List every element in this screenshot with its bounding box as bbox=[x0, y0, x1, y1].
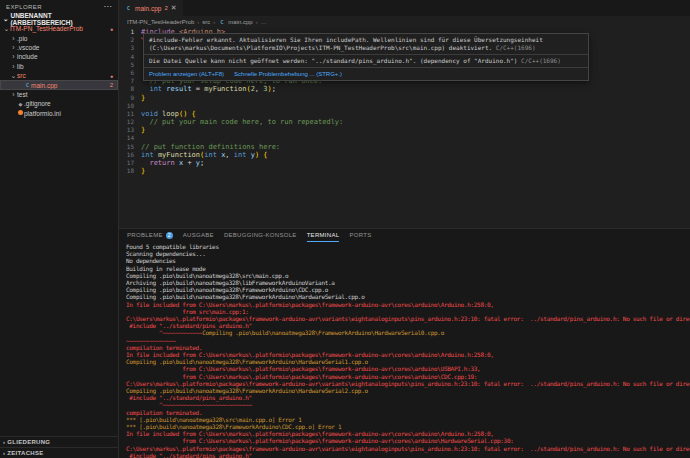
quick-fix-link[interactable]: Schnelle Problembehebung ... (STRG+.) bbox=[234, 70, 342, 78]
hover-message-1: #include-Fehler erkannt. Aktualisieren S… bbox=[144, 34, 588, 54]
tree-item-platformio.ini[interactable]: platformio.ini bbox=[0, 109, 118, 118]
chevron-down-icon: ⌄ bbox=[3, 15, 8, 23]
terminal-output[interactable]: Found 5 compatible librariesScanning dep… bbox=[119, 242, 690, 458]
line-number: 16 bbox=[119, 151, 141, 159]
code-text: int result = myFunction(2, 3); bbox=[141, 85, 276, 93]
tree-item-.vscode[interactable]: ›.vscode bbox=[0, 43, 118, 52]
cpp-file-icon: C bbox=[125, 5, 132, 11]
code-text: } bbox=[141, 126, 145, 134]
panel-tab-label: TERMINAL bbox=[307, 232, 340, 238]
code-text: void loop() { bbox=[141, 110, 196, 118]
line-number: 3 bbox=[119, 44, 141, 52]
code-text: } bbox=[141, 167, 145, 175]
code-line: 17 return x + y; bbox=[119, 159, 690, 167]
breadcrumb-separator-icon: › bbox=[197, 19, 199, 25]
tree-item-label: .vscode bbox=[17, 44, 39, 51]
code-line: 15// put function definitions here: bbox=[119, 143, 690, 151]
terminal-line: In file included from C:\Users\markus\.p… bbox=[126, 430, 690, 437]
terminal-line: Compiling .pio\build\nanoatmega328\Frame… bbox=[126, 286, 690, 293]
tree-item-label: lib bbox=[17, 63, 24, 70]
line-number: 5 bbox=[119, 61, 141, 69]
breadcrumb-file[interactable]: main.cpp bbox=[228, 19, 252, 25]
problems-count-badge: 2 bbox=[110, 82, 118, 88]
terminal-line: C:\Users\markus\.platformio\packages\fra… bbox=[126, 445, 690, 452]
editor-group: C main.cpp 2 ✕ ITM-PN_TestHeaderProb › s… bbox=[119, 0, 690, 458]
terminal-line: Scanning dependencies... bbox=[126, 250, 690, 257]
hover-actions: Problem anzeigen (ALT+F8) Schnelle Probl… bbox=[144, 67, 588, 80]
tree-item-label: platformio.ini bbox=[24, 110, 61, 117]
error-hover-popup: #include-Fehler erkannt. Aktualisieren S… bbox=[143, 33, 589, 81]
terminal-line: from C:\Users\markus\.platformio\package… bbox=[126, 373, 690, 380]
panel-tab-label: PORTS bbox=[349, 232, 371, 238]
code-line: 8 int result = myFunction(2, 3); bbox=[119, 85, 690, 93]
sidebar-spacer bbox=[0, 118, 118, 436]
workspace-section-header[interactable]: ⌄ UNBENANNT (ARBEITSBEREICH) bbox=[0, 13, 118, 24]
terminal-line: *** [.pio\build\nanoatmega328\src\main.c… bbox=[126, 416, 690, 423]
git-file-icon: ◆ bbox=[17, 101, 24, 107]
tree-item-src[interactable]: ⌄src● bbox=[0, 71, 118, 80]
code-text: return x + y; bbox=[141, 159, 204, 167]
code-text: // put your main code here, to run repea… bbox=[141, 118, 343, 126]
terminal-line: compilation terminated. bbox=[126, 409, 690, 416]
panel-tab-label: DEBUGGING-KONSOLE bbox=[224, 232, 297, 238]
problems-count-badge: 2 bbox=[166, 232, 173, 239]
chevron-down-icon: ⌄ bbox=[3, 25, 10, 33]
code-text: // put function definitions here: bbox=[141, 143, 280, 151]
breadcrumb-symbol[interactable]: … bbox=[261, 19, 267, 25]
explorer-title: EXPLORER bbox=[6, 4, 42, 10]
line-number: 8 bbox=[119, 85, 141, 93]
more-actions-icon[interactable]: ⋯ bbox=[104, 2, 112, 11]
panel-tab-ports[interactable]: PORTS bbox=[349, 229, 371, 242]
line-number: 12 bbox=[119, 118, 141, 126]
line-number: 9 bbox=[119, 94, 141, 102]
breadcrumb-folder[interactable]: src bbox=[202, 19, 210, 25]
line-number: 18 bbox=[119, 167, 141, 175]
cpp-file-icon: C bbox=[218, 19, 225, 25]
panel-tab-bar: PROBLEME2AUSGABEDEBUGGING-KONSOLETERMINA… bbox=[119, 229, 690, 242]
terminal-line: Building in release mode bbox=[126, 265, 690, 272]
panel-tab-probleme[interactable]: PROBLEME2 bbox=[127, 229, 173, 242]
tree-item-.gitignore[interactable]: ◆.gitignore bbox=[0, 99, 118, 108]
tree-item-include[interactable]: ›include bbox=[0, 52, 118, 61]
terminal-line: #include "../standard/pins_arduino.h" bbox=[126, 394, 690, 401]
terminal-line: Compiling .pio\build\nanoatmega328\Frame… bbox=[126, 358, 690, 365]
tree-item-label: include bbox=[17, 53, 38, 60]
chevron-right-icon: › bbox=[10, 35, 17, 42]
tree-item-test[interactable]: ›test bbox=[0, 90, 118, 99]
terminal-line: Compiling .pio\build\nanoatmega328\Frame… bbox=[126, 293, 690, 300]
explorer-tree: ⌄ITM-PN_TestHeaderProb●›.pio›.vscode›inc… bbox=[0, 24, 118, 118]
terminal-line: compilation terminated. bbox=[126, 344, 690, 351]
panel-tab-debugging-konsole[interactable]: DEBUGGING-KONSOLE bbox=[224, 229, 297, 242]
breadcrumb-project[interactable]: ITM-PN_TestHeaderProb bbox=[127, 19, 194, 25]
breadcrumb-separator-icon: › bbox=[256, 19, 258, 25]
diagnostic-code: C/C++(1696) bbox=[521, 57, 561, 64]
chevron-right-icon: › bbox=[10, 53, 17, 60]
terminal-line: No dependencies bbox=[126, 257, 690, 264]
tree-item-label: test bbox=[17, 91, 27, 98]
tree-item-main.cpp[interactable]: Cmain.cpp2 bbox=[0, 80, 118, 89]
code-line: 13} bbox=[119, 126, 690, 134]
timeline-section-header[interactable]: › ZEITACHSE bbox=[0, 447, 118, 458]
line-number: 15 bbox=[119, 143, 141, 151]
code-line: 14 bbox=[119, 134, 690, 142]
tree-item-lib[interactable]: ›lib bbox=[0, 62, 118, 71]
panel-tab-ausgabe[interactable]: AUSGABE bbox=[183, 229, 214, 242]
code-line: 9} bbox=[119, 94, 690, 102]
panel-tab-label: AUSGABE bbox=[183, 232, 214, 238]
code-line: 18} bbox=[119, 167, 690, 175]
tab-main-cpp[interactable]: C main.cpp 2 ✕ bbox=[119, 0, 183, 16]
view-problem-link[interactable]: Problem anzeigen (ALT+F8) bbox=[149, 70, 224, 78]
panel-tab-terminal[interactable]: TERMINAL bbox=[307, 229, 340, 242]
tree-item-label: .gitignore bbox=[24, 100, 51, 107]
chevron-down-icon: ⌄ bbox=[10, 72, 17, 80]
close-icon[interactable]: ✕ bbox=[171, 4, 177, 12]
hover-message-2: Die Datei Quelle kann nicht geöffnet wer… bbox=[144, 54, 588, 67]
code-editor[interactable]: 1#include <Arduino.h>234567 // put your … bbox=[119, 27, 690, 228]
tree-item-label: main.cpp bbox=[31, 82, 57, 89]
tree-item-.pio[interactable]: ›.pio bbox=[0, 33, 118, 42]
outline-section-header[interactable]: › GLIEDERUNG bbox=[0, 436, 118, 447]
tree-item-label: .pio bbox=[17, 35, 27, 42]
terminal-line: ~~~~~~~~~~~~~~~ bbox=[126, 337, 690, 344]
chevron-right-icon: › bbox=[10, 63, 17, 70]
tree-item-itm-pn_testheaderprob[interactable]: ⌄ITM-PN_TestHeaderProb● bbox=[0, 24, 118, 33]
